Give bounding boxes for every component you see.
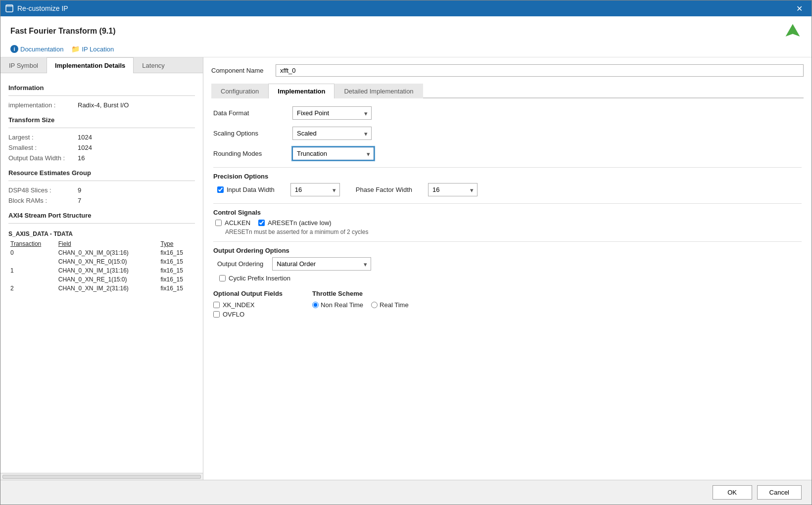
data-format-label: Data Format — [213, 109, 292, 117]
cyclic-prefix-label: Cyclic Prefix Insertion — [229, 275, 290, 282]
scaling-options-label: Scaling Options — [213, 130, 292, 137]
component-name-input[interactable] — [276, 64, 804, 77]
input-data-width-label: Input Data Width — [227, 186, 275, 193]
output-width-value: 16 — [78, 154, 85, 162]
close-button[interactable]: ✕ — [792, 2, 807, 15]
cyclic-prefix-checkbox[interactable] — [219, 275, 226, 281]
real-time-radio[interactable] — [371, 302, 378, 308]
aresetn-note: ARESETn must be asserted for a minimum o… — [213, 229, 802, 235]
info-divider — [8, 95, 195, 96]
svg-rect-1 — [6, 5, 13, 7]
control-signals-section: Control Signals — [213, 203, 802, 219]
impl-label: implementation : — [8, 101, 78, 109]
rounding-modes-label: Rounding Modes — [213, 150, 292, 157]
non-real-time-text: Non Real Time — [321, 301, 363, 309]
left-panel: IP Symbol Implementation Details Latency… — [0, 57, 203, 480]
ok-button[interactable]: OK — [713, 485, 752, 500]
control-signals-row: ACLKEN ARESETn (active low) — [213, 219, 802, 227]
input-data-width-checkbox[interactable] — [217, 186, 224, 193]
aresetn-label[interactable]: ARESETn (active low) — [258, 219, 332, 227]
left-scrollbar-area[interactable] — [0, 473, 203, 480]
cell-transaction — [8, 257, 56, 266]
titlebar: Re-customize IP ✕ — [0, 0, 812, 16]
non-real-time-radio[interactable] — [312, 302, 319, 308]
col-transaction: Transaction — [8, 239, 56, 248]
phase-factor-width-label: Phase Factor Width — [356, 186, 412, 193]
cancel-button[interactable]: Cancel — [757, 485, 802, 500]
impl-value: Radix-4, Burst I/O — [78, 101, 129, 109]
col-type: Type — [158, 239, 195, 248]
cell-type: fix16_15 — [158, 248, 195, 257]
rounding-modes-select[interactable]: Truncation Convergent Rounding — [292, 147, 374, 160]
tab-detailed-implementation[interactable]: Detailed Implementation — [334, 84, 423, 98]
optional-output-col: Optional Output Fields XK_INDEX OVFLO — [213, 290, 283, 318]
smallest-label: Smallest : — [8, 144, 78, 151]
tab-ip-symbol[interactable]: IP Symbol — [0, 57, 47, 73]
table-row: 2CHAN_0_XN_IM_2(31:16)fix16_15 — [8, 284, 195, 293]
col-field: Field — [56, 239, 159, 248]
non-real-time-label[interactable]: Non Real Time — [312, 301, 363, 309]
input-data-width-checkbox-label[interactable]: Input Data Width — [217, 186, 275, 193]
control-signals-group: ACLKEN ARESETn (active low) ARESETn must… — [213, 219, 802, 235]
left-content: Information implementation : Radix-4, Bu… — [0, 73, 203, 473]
cell-type: fix16_15 — [158, 284, 195, 293]
cell-field: CHAN_0_XN_IM_0(31:16) — [56, 248, 159, 257]
table-row: CHAN_0_XN_RE_1(15:0)fix16_15 — [8, 275, 195, 284]
resource-divider — [8, 181, 195, 181]
table-row: 1CHAN_0_XN_IM_1(31:16)fix16_15 — [8, 266, 195, 275]
window-icon — [5, 4, 13, 12]
bram-value: 7 — [78, 197, 81, 204]
scaling-options-row: Scaling Options Scaled Unscaled Block Fl… — [213, 127, 802, 140]
table-row: 0CHAN_0_XN_IM_0(31:16)fix16_15 — [8, 248, 195, 257]
bram-row: Block RAMs : 7 — [8, 195, 195, 206]
real-time-label[interactable]: Real Time — [371, 301, 409, 309]
rounding-modes-row: Rounding Modes Truncation Convergent Rou… — [213, 147, 802, 160]
information-section-title: Information — [8, 84, 195, 92]
aresetn-checkbox[interactable] — [258, 220, 265, 226]
main-body: IP Symbol Implementation Details Latency… — [0, 57, 812, 480]
logo — [784, 22, 802, 40]
right-panel: Component Name Configuration Implementat… — [203, 57, 812, 480]
ip-location-label: IP Location — [82, 46, 114, 53]
transform-divider — [8, 128, 195, 128]
cell-type: fix16_15 — [158, 266, 195, 275]
output-width-row: Output Data Width : 16 — [8, 153, 195, 163]
tab-implementation-details[interactable]: Implementation Details — [47, 57, 134, 73]
cell-field: CHAN_0_XN_RE_0(15:0) — [56, 257, 159, 266]
aresetn-text: ARESETn (active low) — [268, 219, 332, 227]
dsp-label: DSP48 Slices : — [8, 186, 78, 194]
largest-row: Largest : 1024 — [8, 132, 195, 142]
resource-estimates-title: Resource Estimates Group — [8, 169, 195, 177]
optional-throttle-area: Optional Output Fields XK_INDEX OVFLO — [213, 290, 802, 318]
ip-location-link[interactable]: 📁 IP Location — [71, 45, 114, 53]
input-data-width-select[interactable]: 16 8 24 32 — [290, 183, 340, 196]
port-subtitle: S_AXIS_DATA - TDATA — [8, 228, 195, 239]
content-area: Fast Fourier Transform (9.1) i Documenta… — [0, 16, 812, 505]
largest-label: Largest : — [8, 134, 78, 141]
output-ordering-select[interactable]: Natural Order Bit/Digit Reversed Order — [272, 257, 371, 271]
cell-transaction: 1 — [8, 266, 56, 275]
ovflo-row: OVFLO — [213, 311, 283, 318]
app-title-row: Fast Fourier Transform (9.1) — [10, 22, 802, 40]
aclken-checkbox[interactable] — [215, 220, 222, 226]
scaling-options-select[interactable]: Scaled Unscaled Block Floating Point — [292, 127, 372, 140]
bram-label: Block RAMs : — [8, 197, 78, 204]
xk-index-checkbox[interactable] — [213, 302, 220, 308]
data-format-select[interactable]: Fixed Point Floating Point — [292, 106, 372, 120]
ovflo-label: OVFLO — [223, 311, 244, 318]
tab-latency[interactable]: Latency — [134, 57, 173, 73]
right-content: Data Format Fixed Point Floating Point S… — [211, 98, 804, 473]
tab-configuration[interactable]: Configuration — [211, 84, 268, 98]
output-ordering-label: Output Ordering — [217, 260, 263, 268]
documentation-label: Documentation — [20, 46, 63, 53]
axi4-divider — [8, 223, 195, 224]
scaling-options-select-wrapper: Scaled Unscaled Block Floating Point — [292, 127, 372, 140]
tab-implementation[interactable]: Implementation — [268, 84, 334, 98]
aclken-label[interactable]: ACLKEN — [215, 219, 250, 227]
ovflo-checkbox[interactable] — [213, 311, 220, 318]
documentation-link[interactable]: i Documentation — [10, 45, 63, 53]
input-data-width-select-wrapper: 16 8 24 32 — [290, 183, 340, 196]
throttle-scheme-col: Throttle Scheme Non Real Time Real Time — [312, 290, 409, 318]
phase-factor-width-select[interactable]: 16 8 24 — [428, 183, 478, 196]
optional-output-title: Optional Output Fields — [213, 290, 283, 297]
